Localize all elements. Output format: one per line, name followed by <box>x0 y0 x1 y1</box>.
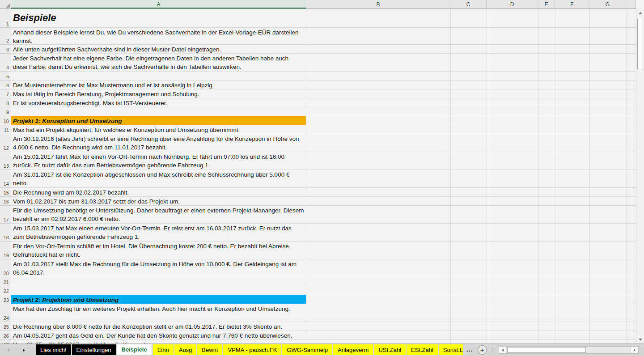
row-number-7[interactable]: 7 <box>0 89 11 98</box>
gridline-after-D <box>538 9 538 343</box>
tabbar-resize-handle[interactable] <box>492 348 493 352</box>
column-header-F[interactable]: F <box>555 0 589 8</box>
more-sheets-indicator[interactable]: ... <box>466 346 473 353</box>
scroll-right-button[interactable] <box>631 347 638 353</box>
row-number-4[interactable]: 4 <box>0 54 11 72</box>
row-number-11[interactable]: 11 <box>0 125 11 134</box>
row-number-17[interactable]: 17 <box>0 206 11 224</box>
cell-A21[interactable] <box>11 277 306 286</box>
row-number-14[interactable]: 14 <box>0 170 11 188</box>
horizontal-scrollbar[interactable] <box>499 346 639 354</box>
row-number-6[interactable]: 6 <box>0 81 11 89</box>
cell-A27[interactable]: Vom 01.05. - 31.05.2017 erstellt Max die… <box>11 340 306 343</box>
cell-A24[interactable]: Max hat den Zuschlag für ein weiteres Pr… <box>11 304 306 322</box>
column-header-B[interactable]: B <box>306 0 450 8</box>
sheet-tab-gwg-sammelp[interactable]: GWG-Sammelp <box>282 344 332 355</box>
row-number-12[interactable]: 12 <box>0 134 11 152</box>
sheet-row-8: Er ist vorsteuerabzugsberechtigt. Max is… <box>11 98 636 107</box>
cell-A13[interactable]: Am 15.01.2017 fährt Max für einen Vor-Or… <box>11 152 306 170</box>
cell-A14[interactable]: Am 31.01.2017 ist die Konzeption abgesch… <box>11 170 306 187</box>
sheet-row-27: Vom 01.05. - 31.05.2017 erstellt Max die… <box>11 340 636 343</box>
cell-A12[interactable]: Am 30.12.2016 (altes Jahr) schreibt er e… <box>11 134 306 152</box>
sheet-tab-ausg[interactable]: Ausg <box>174 344 197 355</box>
row-number-18[interactable]: 18 <box>0 224 11 242</box>
row-number-13[interactable]: 13 <box>0 152 11 170</box>
sheet-tab-bewirt[interactable]: Bewirt <box>197 344 222 355</box>
scroll-down-button[interactable] <box>636 335 644 343</box>
row-number-2[interactable]: 2 <box>0 28 11 45</box>
row-number-27[interactable]: 27 <box>0 340 11 343</box>
cell-A16[interactable]: Vom 01.02.2017 bis zum 31.03.2017 setzt … <box>11 197 306 205</box>
scroll-up-button[interactable] <box>636 9 644 17</box>
vertical-scrollbar-thumb[interactable] <box>637 19 643 69</box>
cell-A26[interactable]: Am 04.05.2017 geht das Geld ein. Der Kun… <box>11 331 306 339</box>
cell-A7[interactable]: Max ist tätig im Bereich Beratung, Proje… <box>11 89 306 98</box>
row-number-10[interactable]: 10 <box>0 116 11 125</box>
row-number-1[interactable]: 1 <box>0 9 11 28</box>
sheet-row-3: Alle unten aufgeführten Sachverhalte sin… <box>11 45 636 54</box>
row-number-20[interactable]: 20 <box>0 259 11 277</box>
row-number-26[interactable]: 26 <box>0 331 11 340</box>
sheet-row-1: Beispiele <box>11 9 636 28</box>
sheet-tab-est-zahl[interactable]: ESt.Zahl <box>407 344 438 355</box>
cell-A4[interactable]: Jeder Sachverhalt hat eine eigene Farbe.… <box>11 54 306 71</box>
column-header-A[interactable]: A <box>11 0 306 8</box>
scroll-left-button[interactable] <box>499 347 507 353</box>
row-number-5[interactable]: 5 <box>0 72 11 81</box>
arrow-right-icon <box>634 349 636 352</box>
sheet-tab-ust-zahl[interactable]: USt.Zahl <box>374 344 406 355</box>
row-number-21[interactable]: 21 <box>0 277 11 286</box>
row-number-9[interactable]: 9 <box>0 107 11 116</box>
cell-A10[interactable]: Projekt 1: Konzeption und Umsetzung <box>11 116 306 125</box>
sheet-tab-einn[interactable]: Einn <box>153 344 174 355</box>
sheet-tab-lies-mich[interactable]: Lies mich! <box>36 344 71 355</box>
column-header-G[interactable]: G <box>589 0 626 8</box>
sheet-tab-beispiele[interactable]: Beispiele <box>117 344 152 355</box>
column-header-D[interactable]: D <box>487 0 538 8</box>
horizontal-scrollbar-thumb[interactable] <box>507 347 586 353</box>
cell-A3[interactable]: Alle unten aufgeführten Sachverhalte sin… <box>11 45 306 53</box>
cell-A6[interactable]: Der Musterunternehmer ist Max Mustermann… <box>11 81 306 89</box>
cell-A15[interactable]: Die Rechnung wird am 02.02.2017 bezahlt. <box>11 188 306 196</box>
cell-A25[interactable]: Die Rechnung über 8.000 € netto für die … <box>11 322 306 331</box>
row-number-23[interactable]: 23 <box>0 295 11 304</box>
prev-sheet-icon[interactable] <box>7 348 9 352</box>
cell-A20[interactable]: Am 31.03.2017 stellt Max die Rechnung fü… <box>11 259 306 277</box>
select-all-button[interactable] <box>0 0 11 8</box>
cell-A9[interactable] <box>11 107 306 116</box>
row-number-15[interactable]: 15 <box>0 188 11 197</box>
sheet-tab-anlageverm[interactable]: Anlageverm <box>333 344 373 355</box>
row-number-3[interactable]: 3 <box>0 45 11 54</box>
cell-A19[interactable]: Für den Vor-Ort-Termin schläft er im Hot… <box>11 242 306 259</box>
sheet-tab-einstellungen[interactable]: Einstellungen <box>72 344 116 355</box>
next-sheet-icon[interactable] <box>23 348 25 352</box>
row-number-24[interactable]: 24 <box>0 304 11 322</box>
cell-A5[interactable] <box>11 72 306 80</box>
sheet-tab-sonst-l[interactable]: Sonst.L <box>439 344 463 355</box>
row-number-22[interactable]: 22 <box>0 286 11 295</box>
cell-A2[interactable]: Anhand dieser Beispiele lernst Du, wie D… <box>11 28 306 44</box>
sheet-row-24: Max hat den Zuschlag für ein weiteres Pr… <box>11 304 636 322</box>
row-number-19[interactable]: 19 <box>0 242 11 259</box>
row-number-16[interactable]: 16 <box>0 197 11 206</box>
row-number-8[interactable]: 8 <box>0 98 11 107</box>
sheet-tabs: Lies mich!EinstellungenBeispieleEinnAusg… <box>36 344 464 356</box>
horizontal-scrollbar-track[interactable] <box>507 347 631 353</box>
sheet-tab-vpma-pausch-fk[interactable]: VPMA - pausch.FK <box>223 344 281 355</box>
row-number-25[interactable]: 25 <box>0 322 11 331</box>
cell-A18[interactable]: Am 15.03.2017 hat Max einen erneuten Vor… <box>11 224 306 241</box>
cell-A22[interactable] <box>11 286 306 295</box>
gridline-after-G <box>626 9 627 343</box>
cell-A23[interactable]: Projekt 2: Projektion und Umsetzung <box>11 295 306 304</box>
cell-A17[interactable]: Für die Umsetzung benötigt er Unterstütz… <box>11 206 306 223</box>
cell-A8[interactable]: Er ist vorsteuerabzugsberechtigt. Max is… <box>11 98 306 107</box>
arrow-left-icon <box>502 349 504 352</box>
column-header-partial[interactable] <box>626 0 636 8</box>
add-sheet-button[interactable]: + <box>478 345 487 355</box>
vertical-scrollbar[interactable] <box>636 9 644 343</box>
column-header-C[interactable]: C <box>450 0 487 8</box>
gridline-after-B <box>450 9 451 343</box>
cell-A1[interactable]: Beispiele <box>11 9 306 27</box>
column-header-E[interactable]: E <box>538 0 555 8</box>
cell-A11[interactable]: Max hat ein Projekt akquiriert, für welc… <box>11 125 306 134</box>
